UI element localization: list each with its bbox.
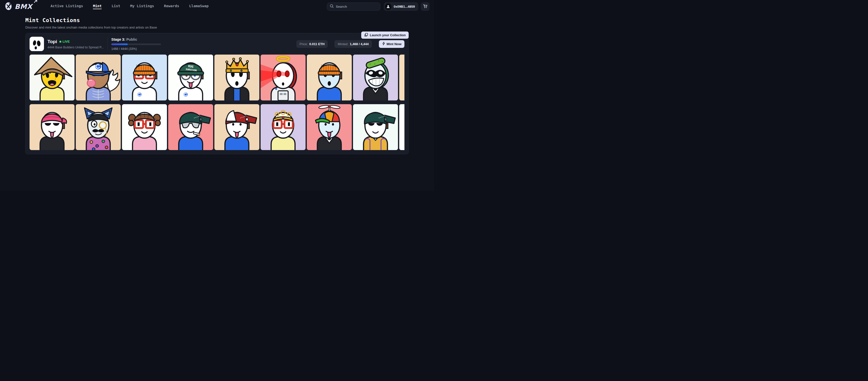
user-avatar-icon xyxy=(385,3,392,10)
wallet-address: 0x09B1...4859 xyxy=(394,5,415,8)
nav-item-rewards[interactable]: Rewards xyxy=(164,4,179,9)
mint-collections-page: BMX Active ListingsMintListMy ListingsRe… xyxy=(0,0,434,190)
collection-name: Topi xyxy=(48,39,57,44)
nav-links: Active ListingsMintListMy ListingsReward… xyxy=(51,4,209,9)
status-badge: LIVE xyxy=(59,40,70,43)
header-divider xyxy=(107,37,108,50)
mint-progress-fill xyxy=(111,43,128,45)
nft-tile[interactable] xyxy=(76,55,121,100)
nft-tile[interactable] xyxy=(122,55,167,100)
collection-description: 4444 Base Builders United to Spread P... xyxy=(48,46,104,49)
wallet-button[interactable]: 0x09B1...4859 xyxy=(384,2,418,11)
nav-item-active-listings[interactable]: Active Listings xyxy=(51,4,83,9)
price-label: Price: xyxy=(300,42,308,46)
nft-tile[interactable] xyxy=(30,55,74,100)
nft-tile[interactable]: RUGSURVIVOR xyxy=(168,55,213,100)
search-icon xyxy=(330,4,334,9)
nft-tile[interactable] xyxy=(168,104,213,150)
page-subtitle: Discover and mint the latest onchain med… xyxy=(25,26,409,29)
launch-collection-button[interactable]: Launch your Collection xyxy=(361,32,409,39)
nft-tile[interactable] xyxy=(30,104,74,150)
nft-tile[interactable] xyxy=(76,104,121,150)
price-value: 0.011 ETH xyxy=(309,42,324,46)
stage-label: Stage 3: xyxy=(111,37,125,41)
nav-item-llamaswap[interactable]: LlamaSwap xyxy=(189,4,209,9)
launch-collection-icon xyxy=(364,33,368,37)
nft-tile[interactable] xyxy=(260,55,306,100)
brand-text: BMX xyxy=(14,3,32,10)
collection-thumbnail[interactable] xyxy=(30,37,44,51)
page-title: Mint Collections xyxy=(25,17,409,23)
cart-icon xyxy=(423,4,428,9)
nft-tile[interactable] xyxy=(307,55,352,100)
bmx-logo-icon xyxy=(4,2,12,12)
nft-tile[interactable] xyxy=(399,55,404,100)
lightning-bolt-icon xyxy=(382,42,385,46)
minted-value: 1,468 / 4,444 xyxy=(350,42,369,46)
nft-tile[interactable] xyxy=(260,104,306,150)
nft-grid: RUGSURVIVOR xyxy=(30,55,404,150)
mint-progress-bar xyxy=(111,43,161,45)
collection-card-header: Topi LIVE 4444 Base Builders United to S… xyxy=(30,36,404,51)
main-content: Mint Collections Discover and mint the l… xyxy=(0,17,434,154)
search-input[interactable] xyxy=(336,5,377,8)
mint-now-label: Mint Now xyxy=(386,42,401,46)
live-dot-icon xyxy=(59,41,61,43)
nft-tile[interactable] xyxy=(399,104,404,150)
nav-item-list[interactable]: List xyxy=(112,4,120,9)
stage-section: Stage 3: Public 1468 / 4444 (33%) xyxy=(111,37,161,50)
nft-tile[interactable] xyxy=(353,55,398,100)
nav-item-my-listings[interactable]: My Listings xyxy=(130,4,154,9)
mint-progress-text: 1468 / 4444 (33%) xyxy=(111,47,161,50)
price-pill: Price: 0.011 ETH xyxy=(297,40,328,48)
navbar: BMX Active ListingsMintListMy ListingsRe… xyxy=(0,0,434,13)
stage-value: Public xyxy=(126,37,137,41)
nft-tile[interactable] xyxy=(353,104,398,150)
minted-label: Minted: xyxy=(338,42,348,46)
brand[interactable]: BMX xyxy=(4,2,34,12)
minted-pill: Minted: 1,468 / 4,444 xyxy=(334,40,372,48)
collection-info: Topi LIVE 4444 Base Builders United to S… xyxy=(48,39,104,49)
status-label: LIVE xyxy=(63,40,70,43)
cart-button[interactable] xyxy=(421,2,430,11)
nft-tile[interactable] xyxy=(122,104,167,150)
launch-collection-label: Launch your Collection xyxy=(370,33,406,37)
nft-tile[interactable] xyxy=(307,104,352,150)
mint-now-button[interactable]: Mint Now xyxy=(379,40,404,48)
nav-item-mint[interactable]: Mint xyxy=(93,4,102,9)
collection-card: Topi LIVE 4444 Base Builders United to S… xyxy=(25,33,409,154)
search-bar[interactable] xyxy=(327,2,380,11)
nft-tile[interactable] xyxy=(214,104,259,150)
nft-tile[interactable] xyxy=(214,55,259,100)
